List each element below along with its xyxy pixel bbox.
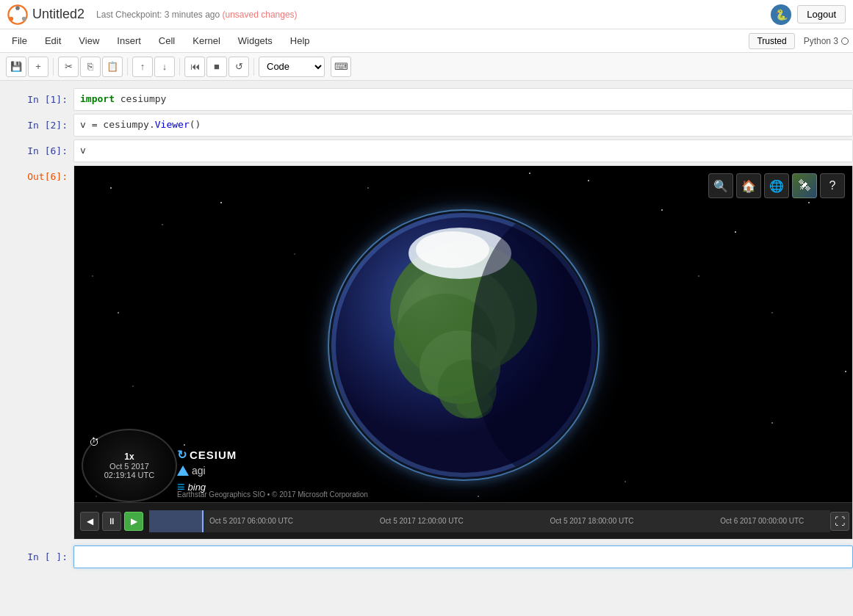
cesium-logo: ↻ CESIUM [177, 448, 237, 462]
logo-area: Untitled2 Last Checkpoint: 3 minutes ago… [7, 4, 298, 25]
svg-point-17 [845, 371, 846, 372]
svg-point-5 [110, 187, 112, 189]
svg-point-21 [367, 187, 369, 189]
play-button[interactable]: ▶ [124, 512, 143, 531]
menu-kernel[interactable]: Kernel [185, 32, 228, 49]
cell-1-input[interactable]: import cesiumpy [73, 88, 853, 111]
cesium-globe-button[interactable]: 🌐 [764, 173, 789, 198]
save-button[interactable]: 💾 [6, 57, 26, 77]
globe-ring [328, 209, 600, 481]
cell-type-select[interactable]: Code Markdown Raw NBConvert Heading [259, 57, 325, 77]
top-bar: Untitled2 Last Checkpoint: 3 minutes ago… [0, 0, 853, 29]
svg-point-29 [529, 173, 530, 174]
toolbar-divider-1 [53, 58, 54, 76]
copy-button[interactable]: ⎘ [80, 57, 101, 77]
svg-point-9 [661, 209, 663, 211]
timeline-marker-2: Oct 5 2017 12:00:00 UTC [380, 517, 464, 525]
keyboard-button[interactable]: ⌨ [331, 57, 351, 77]
timeline-marker-3: Oct 5 2017 18:00:00 UTC [550, 517, 634, 525]
menu-help[interactable]: Help [283, 32, 317, 49]
svg-point-11 [735, 231, 736, 233]
fast-backward-button[interactable]: ⏮ [184, 57, 205, 77]
svg-point-13 [808, 202, 810, 203]
move-down-button[interactable]: ↓ [154, 57, 175, 77]
cell-3-input[interactable]: v [73, 139, 853, 162]
toolbar-divider-2 [127, 58, 128, 76]
svg-point-10 [698, 275, 699, 277]
menu-bar: File Edit View Insert Cell Kernel Widget… [0, 29, 853, 53]
timeline-marker-1: Oct 5 2017 06:00:00 UTC [209, 517, 293, 525]
add-cell-button[interactable]: + [28, 57, 48, 77]
last-cell-prompt: In [ ]: [0, 546, 73, 568]
menu-insert[interactable]: Insert [109, 32, 148, 49]
cell-2: In [2]: v = cesiumpy.Viewer() [0, 114, 853, 137]
timeline-progress [149, 510, 204, 532]
menu-widgets[interactable]: Widgets [231, 32, 280, 49]
cut-button[interactable]: ✂ [58, 57, 79, 77]
cesium-timeline: ◀ ⏸ ▶ Oct 5 2017 06:00:00 UTC Oct 5 2017… [74, 502, 852, 539]
svg-point-22 [588, 180, 589, 181]
svg-point-20 [118, 312, 119, 314]
toolbar-divider-4 [253, 58, 254, 76]
fullscreen-button[interactable]: ⛶ [830, 512, 849, 531]
svg-point-33 [92, 275, 93, 276]
rewind-button[interactable]: ◀ [80, 512, 99, 531]
clock-time: 02:19:14 UTC [104, 471, 154, 479]
svg-point-14 [132, 385, 134, 387]
toolbar-divider-3 [179, 58, 180, 76]
jupyter-logo-icon [7, 4, 28, 25]
globe-container [331, 213, 596, 492]
svg-point-12 [771, 312, 772, 313]
cesium-viewer[interactable]: 🔍 🏠 🌐 🛰 ? ↻ CESIUM agi ≡ bing [73, 165, 853, 540]
clock-widget: ⏱ 1x Oct 5 2017 02:19:14 UTC [82, 429, 177, 502]
menu-edit[interactable]: Edit [37, 32, 68, 49]
cell-1: In [1]: import cesiumpy [0, 88, 853, 111]
menu-file[interactable]: File [4, 32, 35, 49]
cesium-help-button[interactable]: ? [820, 173, 845, 198]
cell-out-6: Out[6]: [0, 165, 853, 540]
cell-out-6-prompt: Out[6]: [0, 165, 73, 540]
svg-point-15 [184, 444, 185, 446]
svg-point-18 [96, 496, 96, 496]
cesium-logos: ↻ CESIUM agi ≡ bing [177, 448, 237, 495]
svg-point-2 [10, 16, 14, 21]
last-cell: In [ ]: [0, 546, 853, 568]
svg-point-3 [22, 16, 26, 21]
svg-point-8 [294, 253, 295, 254]
cell-3-prompt: In [6]: [0, 139, 73, 162]
last-cell-input[interactable] [73, 546, 853, 568]
toolbar: 💾 + ✂ ⎘ 📋 ↑ ↓ ⏮ ■ ↺ Code Markdown Raw NB… [0, 53, 853, 81]
svg-point-6 [162, 224, 163, 225]
cesium-toolbar: 🔍 🏠 🌐 🛰 ? [708, 173, 845, 198]
menu-view[interactable]: View [71, 32, 107, 49]
paste-button[interactable]: 📋 [102, 57, 123, 77]
cesium-search-button[interactable]: 🔍 [708, 173, 733, 198]
top-right: 🐍 Logout [771, 4, 846, 25]
cesium-satellite-button[interactable]: 🛰 [792, 173, 817, 198]
logout-button[interactable]: Logout [797, 5, 846, 23]
svg-point-24 [625, 481, 626, 482]
checkpoint-info: Last Checkpoint: 3 minutes ago (unsaved … [96, 10, 298, 20]
cell-2-input[interactable]: v = cesiumpy.Viewer() [73, 114, 853, 137]
copyright-text: Earthstar Geographics SIO • © 2017 Micro… [177, 490, 368, 499]
timeline-bar[interactable]: Oct 5 2017 06:00:00 UTC Oct 5 2017 12:00… [149, 510, 830, 532]
cell-1-prompt: In [1]: [0, 88, 73, 111]
notebook-title: Untitled2 [32, 7, 84, 22]
trusted-button[interactable]: Trusted [749, 33, 794, 49]
timeline-marker-4: Oct 6 2017 00:00:00 UTC [720, 517, 804, 525]
kernel-status-circle [841, 37, 849, 45]
svg-point-1 [15, 6, 20, 10]
agi-logo: agi [177, 465, 237, 477]
python-version: Python 3 [804, 36, 849, 46]
stop-button[interactable]: ■ [206, 57, 227, 77]
svg-point-16 [771, 422, 773, 424]
notebook-body: In [1]: import cesiumpy In [2]: v = cesi… [0, 81, 853, 579]
clock-speed: 1x [124, 452, 134, 462]
pause-button[interactable]: ⏸ [102, 512, 121, 531]
cesium-home-button[interactable]: 🏠 [736, 173, 761, 198]
move-up-button[interactable]: ↑ [132, 57, 153, 77]
clock-date: Oct 5 2017 [109, 462, 149, 471]
restart-button[interactable]: ↺ [228, 57, 249, 77]
menu-cell[interactable]: Cell [151, 32, 182, 49]
svg-point-23 [478, 496, 479, 497]
